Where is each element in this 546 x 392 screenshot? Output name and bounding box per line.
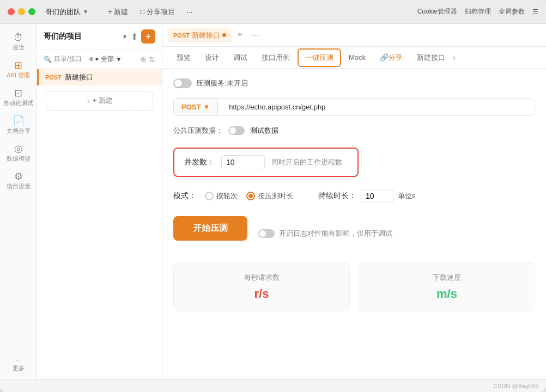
plus-icon: + xyxy=(86,97,90,105)
content-tabbar: POST 新建接口 + ··· xyxy=(162,24,546,47)
project-panel: 哥们的项目 ▼ ⬆ + 🔍 目录/接口 ● 全部 ▼ ⊕ xyxy=(37,24,162,379)
method-select[interactable]: POST ▼ xyxy=(174,99,218,115)
radio-dot xyxy=(248,194,253,198)
api-item-name: 新建接口 xyxy=(65,72,93,82)
global-params-button[interactable]: 全局参数 xyxy=(499,7,525,16)
titlebar-actions: + 新建 □ 分享项目 ··· xyxy=(102,5,198,19)
mode-duration-radio[interactable] xyxy=(246,192,255,200)
new-button[interactable]: + 新建 xyxy=(102,5,134,19)
subtab-new-api[interactable]: 新建接口 xyxy=(410,50,452,66)
stat-card-rps: 每秒请求数 r/s xyxy=(173,262,350,311)
api-subtabs: 预览 设计 调试 接口用例 一键压测 Mock 🔗分享 新建接口 › xyxy=(162,47,546,69)
sidebar-item-api[interactable]: ⊞ API 管理 xyxy=(0,56,37,84)
tab-name-label: 新建接口 xyxy=(192,30,220,40)
toggle-knob xyxy=(174,79,182,87)
subtab-examples[interactable]: 接口用例 xyxy=(255,50,296,66)
more-button[interactable]: ··· xyxy=(181,5,198,18)
close-button[interactable] xyxy=(8,8,15,15)
titlebar-right: Cookie管理器 归档管理 全局参数 ☰ xyxy=(417,7,538,16)
api-list-item[interactable]: POST 新建接口 xyxy=(37,69,162,85)
public-data-toggle[interactable] xyxy=(228,126,245,135)
sort-icons: ⊕ ⇅ xyxy=(140,55,155,64)
public-data-row: 公共压测数据： 测试数据 xyxy=(173,126,535,136)
project-header-icons: ⬆ xyxy=(130,30,139,43)
concurrency-hint: 同时开启的工作进程数 xyxy=(271,157,342,167)
autotest-icon: ⊡ xyxy=(14,88,22,98)
icon-sidebar: ⏱ 最近 ⊞ API 管理 ⊡ 自动化测试 📄 文档分享 ◎ 数据模型 ⚙ 项目… xyxy=(0,24,37,379)
mode-rounds-option[interactable]: 按轮次 xyxy=(205,191,238,201)
menu-icon[interactable]: ☰ xyxy=(532,8,538,16)
url-row: POST ▼ xyxy=(173,98,535,116)
concurrency-input[interactable] xyxy=(221,155,265,169)
tab-add-button[interactable]: + xyxy=(234,28,246,42)
project-search-bar: 🔍 目录/接口 ● 全部 ▼ ⊕ ⇅ xyxy=(37,50,162,69)
project-header: 哥们的项目 ▼ ⬆ + xyxy=(37,24,162,50)
api-tab[interactable]: POST 新建接口 xyxy=(168,28,232,42)
footer-credit: CSDN @Xayh55 xyxy=(493,383,538,389)
more-dots-icon: ··· xyxy=(16,357,21,363)
stat-speed-title: 下载速度 xyxy=(433,273,461,283)
tab-method-label: POST xyxy=(173,32,190,39)
mode-row: 模式： 按轮次 按压测时长 持续时长： 单位s xyxy=(173,189,535,203)
subtab-mock[interactable]: Mock xyxy=(342,50,372,65)
log-toggle[interactable] xyxy=(258,229,275,238)
project-title: 哥们的项目 xyxy=(44,32,120,41)
sidebar-item-docs[interactable]: 📄 文档分享 xyxy=(0,112,37,139)
settings-icon: ⚙ xyxy=(14,171,23,181)
drag-icon[interactable]: ⇅ xyxy=(149,55,155,64)
team-chevron-icon: ▼ xyxy=(83,9,88,15)
subtab-preview[interactable]: 预览 xyxy=(170,50,197,66)
sidebar-more-button[interactable]: ··· 更多 xyxy=(13,357,25,372)
duration-label: 持续时长： xyxy=(318,191,356,201)
toggle-knob-small xyxy=(229,127,236,134)
team-name[interactable]: 哥们的团队 ▼ xyxy=(45,7,88,17)
sidebar-item-autotest[interactable]: ⊡ 自动化测试 xyxy=(0,84,37,112)
tab-more-button[interactable]: ··· xyxy=(248,29,262,41)
concurrency-label: 并发数： xyxy=(184,157,215,167)
mode-rounds-radio[interactable] xyxy=(205,192,214,200)
subtab-more-icon[interactable]: › xyxy=(453,53,456,63)
share-project-button[interactable]: □ 分享项目 xyxy=(135,5,180,19)
duration-group: 持续时长： 单位s xyxy=(318,189,416,203)
maximize-button[interactable] xyxy=(28,8,35,15)
stress-test-content: 压测服务:未开启 POST ▼ 公共压测数据： 测试数据 xyxy=(162,69,546,379)
stat-rps-title: 每秒请求数 xyxy=(244,273,280,283)
duration-unit: 单位s xyxy=(398,191,416,201)
subtab-design[interactable]: 设计 xyxy=(198,50,226,66)
upload-icon[interactable]: ⬆ xyxy=(130,30,139,43)
stress-service-toggle-row: 压测服务:未开启 xyxy=(173,78,535,88)
stress-service-label: 压测服务:未开启 xyxy=(196,78,248,88)
url-input[interactable] xyxy=(222,99,535,115)
mode-duration-option[interactable]: 按压测时长 xyxy=(246,191,293,201)
test-data-button[interactable]: 测试数据 xyxy=(250,126,278,136)
new-api-button[interactable]: + + 新建 xyxy=(46,91,153,111)
public-data-label: 公共压测数据： xyxy=(173,126,223,136)
add-api-button[interactable]: + xyxy=(141,29,155,44)
search-icon: 🔍 xyxy=(44,56,52,63)
tab-unsaved-dot xyxy=(222,33,226,37)
mode-label: 模式： xyxy=(173,191,196,201)
cookie-manager-button[interactable]: Cookie管理器 xyxy=(417,7,457,16)
log-toggle-row: 开启日志对性能有影响，仅用于调试 xyxy=(258,229,392,238)
app-window: 哥们的团队 ▼ + 新建 □ 分享项目 ··· Cookie管理器 归档管理 全… xyxy=(0,0,546,392)
start-stress-button[interactable]: 开始压测 xyxy=(173,216,247,241)
duration-input[interactable] xyxy=(361,189,393,203)
recent-icon: ⏱ xyxy=(14,33,23,42)
stat-rps-value: r/s xyxy=(254,287,269,301)
subtab-stress[interactable]: 一键压测 xyxy=(298,48,341,67)
sidebar-item-settings[interactable]: ⚙ 项目设置 xyxy=(0,167,37,195)
subtab-debug[interactable]: 调试 xyxy=(227,50,254,66)
archive-manager-button[interactable]: 归档管理 xyxy=(465,7,491,16)
sort-icon[interactable]: ⊕ xyxy=(140,55,147,64)
titlebar: 哥们的团队 ▼ + 新建 □ 分享项目 ··· Cookie管理器 归档管理 全… xyxy=(0,0,546,24)
filter-chevron-icon: ▼ xyxy=(116,56,122,63)
stress-service-toggle[interactable] xyxy=(173,78,192,88)
subtab-share[interactable]: 🔗分享 xyxy=(373,50,409,66)
sidebar-item-datamodel[interactable]: ◎ 数据模型 xyxy=(0,139,37,167)
filter-all-button[interactable]: ● 全部 ▼ xyxy=(86,53,125,65)
search-input[interactable]: 🔍 目录/接口 xyxy=(44,54,82,64)
api-method-badge: POST xyxy=(45,74,62,81)
sidebar-item-recent[interactable]: ⏱ 最近 xyxy=(0,28,37,56)
docs-icon: 📄 xyxy=(13,116,25,126)
minimize-button[interactable] xyxy=(18,8,25,15)
